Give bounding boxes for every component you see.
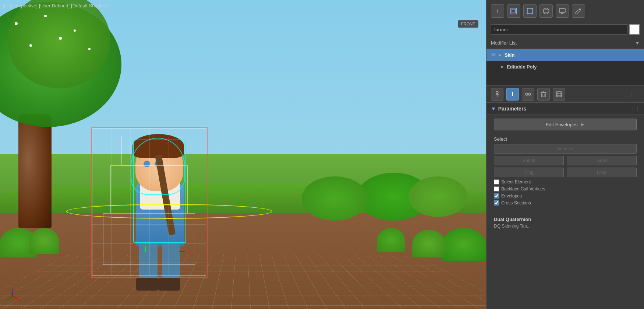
edit-envelopes-label: Edit Envelopes [546,122,578,127]
grow-button[interactable]: Grow [567,156,637,165]
modifier-list-label: Modifier List [491,40,633,46]
right-panel: + [486,0,644,309]
ring-button[interactable]: Ring [494,168,564,177]
svg-line-1 [7,296,13,300]
modifier-expand-editable-poly[interactable]: ► [500,64,505,69]
backface-cull-row: Backface Cull Vertices [494,186,637,192]
cross-sections-row: Cross Sections [494,200,637,206]
backface-cull-checkbox[interactable] [494,186,499,192]
svg-point-19 [496,91,498,94]
cross-sections-checkbox[interactable] [494,200,499,206]
viewport-labels: [+] [Perspective] [User Defined] [Defaul… [3,3,108,8]
ring-loop-row: Ring Loop [494,168,637,177]
svg-point-9 [527,8,528,9]
select-element-row: Select Element [494,179,637,185]
svg-line-18 [579,9,580,10]
modifier-list-dropdown[interactable]: ▼ [635,41,640,46]
edit-envelopes-arrow: ► [580,122,585,127]
vertices-row: Vertices [494,144,637,154]
edit-envelopes-button[interactable]: Edit Envelopes ► [494,119,637,130]
axis-indicator: X Y Z [6,289,20,303]
svg-rect-25 [541,93,546,97]
svg-rect-15 [559,8,565,13]
envelopes-checkbox[interactable] [494,193,499,199]
monitor-button[interactable] [556,4,569,18]
modifier-item-editable-poly[interactable]: ► Editable Poly [486,61,644,73]
parameters-grip: ⋮⋮ [631,106,640,111]
object-name-input[interactable] [491,24,628,35]
svg-point-13 [543,8,549,14]
delete-modifier-button[interactable] [537,88,550,101]
svg-rect-30 [556,92,562,97]
object-name-row [486,22,644,37]
rect-select-button[interactable] [507,4,520,18]
viewport-perspective-label[interactable]: [Perspective] [10,3,38,8]
envelopes-row: Envelopes [494,193,637,199]
drag-handle: ⋮⋮ [628,90,640,98]
modifier-expand-skin[interactable]: ► [498,53,502,57]
dc-skinning-label: DQ Skinning Tab... [486,223,644,229]
front-view-label: FRONT [458,20,478,28]
select-label: Select [494,136,637,142]
shrink-grow-row: Shrink Grow [494,156,637,165]
envelopes-label: Envelopes [501,193,522,199]
svg-text:X: X [19,298,20,302]
svg-text:Y: Y [6,298,8,302]
svg-point-12 [532,13,533,14]
select-element-checkbox[interactable] [494,179,499,185]
select-element-label: Select Element [501,179,531,185]
toolbar: + [486,0,644,22]
svg-text:Z: Z [12,289,14,291]
viewport-user-defined-label[interactable]: [User Defined] [39,3,70,8]
parameters-panel: ▼ Parameters ⋮⋮ Edit Envelopes ► Select … [486,103,644,309]
svg-rect-7 [512,9,516,13]
viewport-shading-label[interactable]: [Default Shading] [71,3,108,8]
svg-point-23 [528,93,531,95]
svg-rect-8 [527,8,532,14]
svg-point-11 [527,13,528,14]
svg-line-0 [13,296,18,300]
parameters-header[interactable]: ▼ Parameters ⋮⋮ [486,103,644,115]
sphere-button[interactable] [539,4,553,18]
modifier-stack: 👁 ► Skin ► Editable Poly [486,49,644,86]
backface-cull-label: Backface Cull Vertices [501,186,545,192]
transform-button[interactable] [523,4,537,18]
svg-point-22 [526,93,528,95]
modifier-actions: I [486,86,644,103]
wrench-button[interactable] [572,4,585,18]
add-object-button[interactable]: + [491,4,504,18]
svg-point-10 [532,8,533,9]
cursor-button[interactable]: I [506,88,519,101]
object-color-box[interactable] [629,24,640,35]
section-divider-1 [486,212,644,212]
3d-viewport[interactable]: [+] [Perspective] [User Defined] [Defaul… [0,0,486,309]
svg-point-14 [543,10,549,13]
pin-button[interactable] [491,88,503,101]
links-button[interactable] [522,88,534,101]
modifier-item-skin[interactable]: 👁 ► Skin [486,49,644,61]
modifier-name-skin: Skin [505,52,514,58]
config-modifier-button[interactable] [553,88,565,101]
modifier-eye-skin[interactable]: 👁 [491,52,496,58]
vertices-button[interactable]: Vertices [494,144,637,154]
dual-quaternion-label: Dual Quaternion [486,214,644,223]
parameters-title: Parameters [498,106,526,112]
modifier-name-editable-poly: Editable Poly [507,64,537,70]
modifier-list-header: Modifier List ▼ [486,37,644,49]
select-group: Select Vertices Shrink Grow Ring [486,134,644,210]
viewport-plus-label[interactable]: [+] [3,3,8,8]
shrink-button[interactable]: Shrink [494,156,564,165]
parameters-collapse-arrow[interactable]: ▼ [491,106,496,112]
loop-button[interactable]: Loop [567,168,637,177]
cross-sections-label: Cross Sections [501,200,531,206]
